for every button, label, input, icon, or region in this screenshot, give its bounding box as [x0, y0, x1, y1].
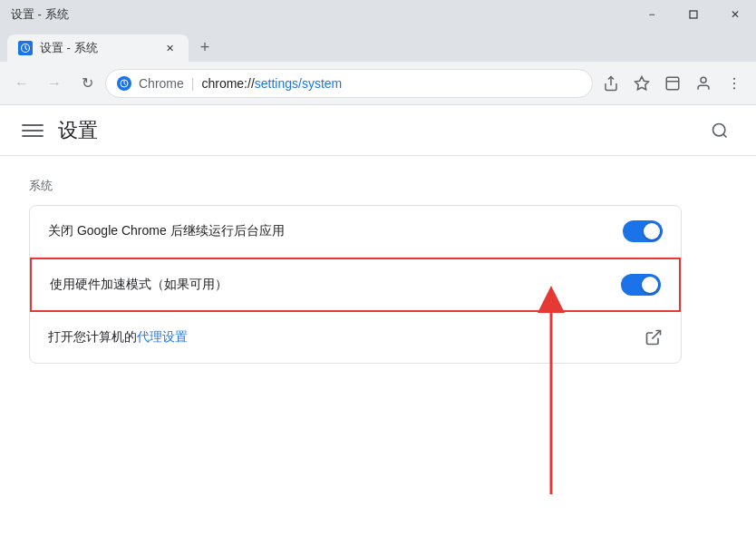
section-title: 系统: [29, 178, 727, 194]
hamburger-menu-button[interactable]: [22, 120, 44, 141]
search-button[interactable]: [705, 116, 734, 145]
svg-line-13: [652, 331, 660, 339]
new-tab-button[interactable]: +: [192, 34, 218, 60]
svg-rect-0: [690, 11, 697, 18]
chrome-menu-button[interactable]: [720, 69, 749, 98]
toggle-thumb-hw: [642, 277, 658, 293]
back-button[interactable]: ←: [7, 69, 36, 98]
tab-search-button[interactable]: [658, 69, 687, 98]
settings-card: 关闭 Google Chrome 后继续运行后台应用 使用硬件加速模式（如果可用…: [29, 205, 682, 364]
svg-marker-4: [635, 76, 649, 89]
address-separator: |: [191, 76, 195, 91]
svg-rect-5: [666, 77, 679, 90]
tab-bar: 设置 - 系统 ✕ +: [0, 29, 756, 62]
svg-point-10: [733, 87, 735, 89]
proxy-link[interactable]: 代理设置: [137, 329, 188, 344]
toggle-thumb: [644, 223, 660, 239]
setting-item-hardware-acceleration: 使用硬件加速模式（如果可用）: [30, 258, 681, 312]
close-button[interactable]: ✕: [714, 0, 756, 29]
address-actions: [596, 69, 749, 98]
forward-button[interactable]: →: [40, 69, 69, 98]
address-input[interactable]: Chrome | chrome://settings/system: [105, 69, 593, 98]
setting-label-background-apps: 关闭 Google Chrome 后继续运行后台应用: [48, 223, 623, 239]
svg-point-8: [733, 77, 735, 79]
setting-item-background-apps: 关闭 Google Chrome 后继续运行后台应用: [30, 206, 681, 258]
setting-label-hardware-acceleration: 使用硬件加速模式（如果可用）: [50, 277, 621, 293]
profile-button[interactable]: [689, 69, 718, 98]
page-title: 设置: [58, 117, 98, 144]
share-button[interactable]: [596, 69, 625, 98]
address-url: chrome://settings/system: [201, 76, 342, 91]
toggle-track-hw: [621, 274, 661, 296]
address-favicon: [117, 76, 131, 91]
minimize-button[interactable]: −: [631, 0, 673, 29]
tab-close-button[interactable]: ✕: [161, 40, 178, 56]
settings-header: 设置: [0, 105, 756, 156]
settings-body: 系统 关闭 Google Chrome 后继续运行后台应用 使用硬件加速模式（如…: [0, 156, 756, 385]
window-title: 设置 - 系统: [11, 6, 69, 23]
restore-button[interactable]: [673, 0, 714, 29]
setting-item-proxy: 打开您计算机的代理设置: [30, 312, 681, 363]
main-content: 设置 系统 关闭 Google Chrome 后继续运行后台应用: [0, 105, 756, 536]
address-bar: ← → ↻ Chrome | chrome://settings/system: [0, 62, 756, 105]
title-bar: 设置 - 系统 − ✕: [0, 0, 756, 29]
reload-button[interactable]: ↻: [73, 69, 102, 98]
svg-point-9: [733, 82, 735, 83]
tab-title: 设置 - 系统: [40, 40, 147, 56]
toggle-hardware-acceleration[interactable]: [621, 274, 661, 296]
bookmark-button[interactable]: [627, 69, 656, 98]
address-brand: Chrome: [139, 76, 184, 91]
toggle-track: [623, 220, 663, 242]
svg-point-11: [713, 123, 725, 135]
setting-label-proxy: 打开您计算机的代理设置: [48, 329, 645, 346]
tab-favicon: [18, 41, 33, 55]
svg-line-12: [723, 133, 727, 137]
active-tab[interactable]: 设置 - 系统 ✕: [7, 34, 189, 62]
window-controls: − ✕: [631, 0, 756, 29]
external-link-icon[interactable]: [645, 328, 663, 346]
svg-point-7: [701, 77, 706, 83]
settings-content: 设置 系统 关闭 Google Chrome 后继续运行后台应用: [0, 105, 756, 536]
toggle-background-apps[interactable]: [623, 220, 663, 242]
